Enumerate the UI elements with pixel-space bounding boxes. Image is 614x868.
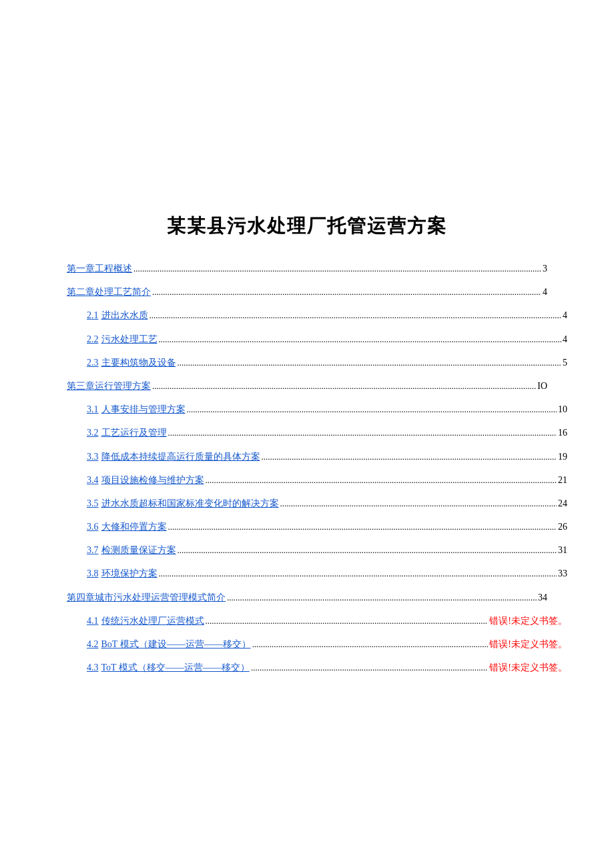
toc-page-number: 4 [563,331,567,348]
toc-sub-label[interactable]: BoT 模式（建设——运营——移交） [101,636,251,653]
toc-page-number: 5 [563,354,567,371]
toc-sub-link[interactable]: 3.2 [87,424,99,441]
toc-sub-link[interactable]: 3.3 [87,448,99,465]
toc-dots: ........................................… [252,636,489,652]
toc-dots: ........................................… [262,449,557,464]
title-section: 某某县污水处理厂托管运营方案 [67,213,547,239]
toc-section-link[interactable]: 第四章城市污水处理运营管理模式简介 [67,589,226,606]
toc-page-number: 24 [558,495,567,512]
toc-item: 3.6大修和停置方案..............................… [67,518,547,535]
toc-item: 3.5进水水质超标和国家标准变化时的解决方案..................… [67,495,547,512]
toc-dots: ........................................… [149,308,562,323]
toc-sub-link[interactable]: 4.1 [87,612,99,629]
toc-sub-link[interactable]: 2.1 [87,307,99,324]
toc-dots: ........................................… [206,613,489,628]
toc-sub-label[interactable]: ToT 模式（移交——运营——移交） [101,659,250,676]
toc-item: 3.2工艺运行及管理..............................… [67,424,547,441]
toc-error-text: 错误!未定义书签。 [489,636,567,653]
toc-sub-link[interactable]: 3.7 [87,542,99,558]
toc-item: 4.2BoT 模式（建设——运营——移交）...................… [67,636,547,653]
toc-page-number: 10 [558,401,567,418]
toc-dots: ........................................… [168,425,557,440]
toc-item: 第二章处理工艺简介...............................… [67,284,547,300]
toc-sub-link[interactable]: 3.4 [87,472,99,488]
toc-page-number: 33 [558,565,567,582]
toc-page-number: 16 [558,424,567,441]
toc-item: 第四章城市污水处理运营管理模式简介.......................… [67,589,547,606]
toc-dots: ........................................… [178,542,557,558]
toc-item: 4.3ToT 模式（移交——运营——移交）...................… [67,659,547,676]
toc-item: 2.1进出水水质................................… [67,307,547,324]
toc-item: 3.7检测质量保证方案.............................… [67,542,547,558]
toc-item: 4.1传统污水处理厂运营模式..........................… [67,612,547,629]
toc-dots: ........................................… [168,519,557,534]
toc-error-text: 错误!未定义书签。 [489,659,567,676]
toc-dots: ........................................… [178,355,562,370]
toc-item: 3.4项目设施检修与维护方案..........................… [67,472,547,488]
toc-item: 第一章工程概述.................................… [67,260,547,277]
toc-section-link[interactable]: 第三章运行管理方案 [67,378,151,394]
toc-item: 2.3主要构筑物及设备.............................… [67,354,547,371]
toc-dots: ........................................… [159,332,562,347]
toc-page-number: 34 [538,589,547,606]
toc-sub-label[interactable]: 降低成本持续提高运行质量的具体方案 [101,448,260,465]
toc-dots: ........................................… [206,472,557,488]
toc-page-number: 3 [543,260,547,277]
toc-dots: ........................................… [251,660,488,675]
toc-sub-label[interactable]: 进水水质超标和国家标准变化时的解决方案 [101,495,279,512]
toc-sub-link[interactable]: 3.8 [87,565,99,582]
toc-dots: ........................................… [133,261,541,276]
toc-sub-link[interactable]: 3.1 [87,401,99,418]
toc-sub-label[interactable]: 工艺运行及管理 [101,424,167,441]
toc-sub-label[interactable]: 人事安排与管理方案 [101,401,186,418]
table-of-contents: 第一章工程概述.................................… [67,260,547,676]
toc-sub-label[interactable]: 检测质量保证方案 [101,542,176,558]
toc-page-number: 26 [558,518,567,535]
toc-sub-link[interactable]: 4.3 [87,659,99,676]
toc-sub-label[interactable]: 项目设施检修与维护方案 [101,472,204,488]
toc-sub-label[interactable]: 污水处理工艺 [101,331,158,348]
toc-item: 3.8环境保护方案...............................… [67,565,547,582]
toc-page-number: 4 [543,284,547,300]
toc-sub-label[interactable]: 大修和停置方案 [101,518,167,535]
toc-sub-link[interactable]: 3.5 [87,495,99,512]
toc-sub-link[interactable]: 2.3 [87,354,99,371]
toc-dots: ........................................… [152,378,536,394]
toc-page-number: 21 [558,472,567,488]
toc-item: 第三章运行管理方案...............................… [67,378,547,394]
toc-dots: ........................................… [187,402,557,417]
toc-dots: ........................................… [280,496,557,511]
toc-sub-label[interactable]: 进出水水质 [101,307,148,324]
toc-sub-label[interactable]: 传统污水处理厂运营模式 [101,612,204,629]
toc-page-number: IO [537,378,547,394]
toc-item: 3.1人事安排与管理方案............................… [67,401,547,418]
toc-dots: ........................................… [227,590,537,605]
toc-page-number: 4 [563,307,567,324]
toc-page-number: 31 [558,542,567,558]
toc-section-link[interactable]: 第二章处理工艺简介 [67,284,151,300]
toc-sub-label[interactable]: 环境保护方案 [101,565,158,582]
main-title: 某某县污水处理厂托管运营方案 [67,213,547,239]
toc-sub-label[interactable]: 主要构筑物及设备 [101,354,176,371]
toc-item: 3.3降低成本持续提高运行质量的具体方案....................… [67,448,547,465]
toc-dots: ........................................… [152,284,541,300]
toc-page-number: 19 [558,448,567,465]
toc-sub-link[interactable]: 3.6 [87,518,99,535]
toc-section-link[interactable]: 第一章工程概述 [67,260,132,277]
toc-sub-link[interactable]: 2.2 [87,331,99,348]
toc-error-text: 错误!未定义书签。 [489,612,567,629]
toc-item: 2.2污水处理工艺...............................… [67,331,547,348]
document-page: 某某县污水处理厂托管运营方案 第一章工程概述..................… [0,0,614,868]
toc-sub-link[interactable]: 4.2 [87,636,99,653]
toc-dots: ........................................… [159,566,557,581]
